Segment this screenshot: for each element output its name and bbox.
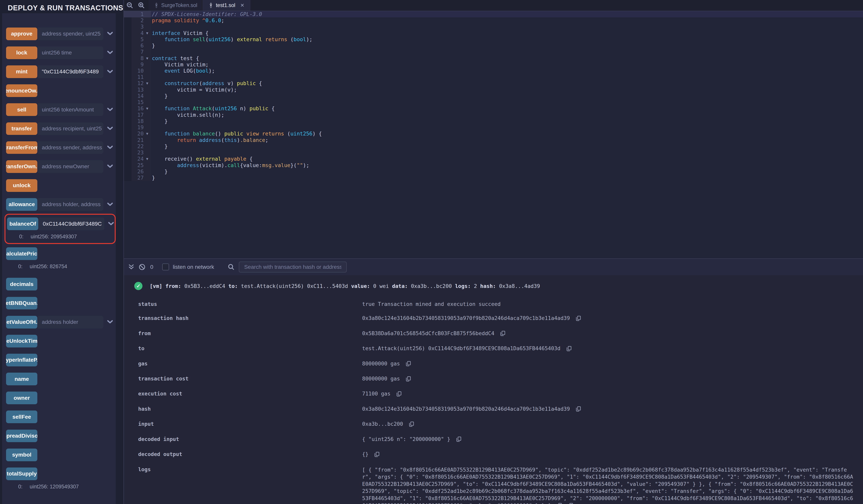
- function-button-calculateprice[interactable]: calculatePrice: [6, 247, 38, 260]
- code-line[interactable]: 4▼interface Victim {: [124, 30, 863, 36]
- code-line[interactable]: 1// SPDX-License-Identifier: GPL-3.0: [124, 11, 863, 17]
- function-button-sellfee[interactable]: sellFee: [6, 411, 38, 423]
- copy-icon[interactable]: [397, 391, 401, 398]
- code-line[interactable]: 16▼ function Attack(uint256 n) public {: [124, 105, 863, 112]
- fold-arrow-icon[interactable]: ▼: [143, 55, 151, 62]
- function-button-getvalueofh[interactable]: getValueOfH...: [6, 316, 38, 328]
- zoom-out-icon[interactable]: [127, 2, 133, 9]
- code-line[interactable]: 6}: [124, 42, 863, 49]
- copy-icon[interactable]: [500, 331, 505, 337]
- copy-icon[interactable]: [566, 346, 572, 352]
- fold-arrow-icon[interactable]: ▼: [143, 80, 151, 87]
- copy-icon[interactable]: [576, 315, 581, 322]
- copy-icon[interactable]: [409, 422, 414, 428]
- transaction-summary[interactable]: ✓ [vm] from: 0x5B3...eddC4 to: test.Atta…: [134, 282, 863, 290]
- function-button-symbol[interactable]: symbol: [6, 449, 38, 461]
- listen-on-network-checkbox[interactable]: [162, 263, 169, 270]
- function-args-input-transferown[interactable]: address newOwner: [38, 160, 103, 173]
- tab-test1sol[interactable]: test1.sol✕: [203, 0, 250, 11]
- function-button-renounceow[interactable]: renounceOw...: [6, 84, 38, 97]
- function-args-input-getvalueofh[interactable]: address holder: [38, 316, 103, 328]
- function-args-input-approve[interactable]: address spender, uint25: [38, 27, 103, 40]
- code-line[interactable]: 25 address(victim).call{value:msg.value}…: [124, 162, 863, 168]
- function-button-unlock[interactable]: unlock: [6, 179, 38, 192]
- function-button-getbnbquan[interactable]: getBNBQuan...: [6, 297, 38, 310]
- code-editor[interactable]: SurgeToken.soltest1.sol✕ 1// SPDX-Licens…: [124, 0, 863, 258]
- function-button-transferown[interactable]: transferOwn...: [6, 160, 38, 173]
- tab-surgetokensol[interactable]: SurgeToken.sol: [149, 0, 203, 11]
- code-line[interactable]: 15: [124, 99, 863, 105]
- expand-args-chevron-icon[interactable]: [107, 51, 113, 55]
- fold-arrow-icon[interactable]: ▼: [143, 156, 151, 162]
- code-line[interactable]: 3: [124, 24, 863, 30]
- code-line[interactable]: 10 event LOG(bool);: [124, 68, 863, 74]
- expand-terminal-icon[interactable]: [129, 264, 134, 270]
- code-line[interactable]: 5 function sell(uint256) external return…: [124, 36, 863, 42]
- copy-icon[interactable]: [374, 452, 379, 458]
- function-button-lock[interactable]: lock: [6, 47, 38, 59]
- function-args-input-allowance[interactable]: address holder, address: [38, 198, 103, 211]
- code-line[interactable]: 12▼ constructor(address v) public {: [124, 80, 863, 87]
- fold-arrow-icon[interactable]: ▼: [143, 105, 151, 112]
- copy-icon[interactable]: [576, 406, 581, 413]
- function-button-hyperinflatep[interactable]: hyperInflateP...: [6, 354, 38, 366]
- function-button-transferfrom[interactable]: transferFrom: [6, 141, 38, 154]
- code-line[interactable]: 9 Victim victim;: [124, 62, 863, 68]
- expand-args-chevron-icon[interactable]: [107, 108, 113, 112]
- code-line[interactable]: 20▼ function balance() public view retur…: [124, 131, 863, 137]
- copy-icon[interactable]: [406, 361, 411, 367]
- fold-arrow-icon[interactable]: ▼: [143, 30, 151, 36]
- function-args-input-lock[interactable]: uint256 time: [38, 47, 103, 59]
- function-button-allowance[interactable]: allowance: [6, 198, 38, 211]
- function-args-input-transferfrom[interactable]: address sender, address: [38, 141, 103, 154]
- expand-args-chevron-icon[interactable]: [107, 32, 113, 36]
- code-line[interactable]: 23: [124, 150, 863, 156]
- expand-args-chevron-icon[interactable]: [107, 127, 113, 131]
- code-line[interactable]: 7: [124, 49, 863, 55]
- function-button-balanceof[interactable]: balanceOf: [7, 218, 38, 230]
- code-line[interactable]: 11: [124, 74, 863, 80]
- function-button-approve[interactable]: approve: [6, 27, 38, 40]
- function-args-input-balanceof[interactable]: 0xC1144C9dbf6F3489C: [39, 218, 104, 230]
- code-line[interactable]: 24▼ receive() external payable {: [124, 156, 863, 162]
- copy-icon[interactable]: [456, 437, 461, 443]
- expand-args-chevron-icon[interactable]: [108, 222, 114, 226]
- code-line[interactable]: 27}: [124, 175, 863, 181]
- copy-icon[interactable]: [406, 376, 411, 383]
- expand-args-chevron-icon[interactable]: [107, 165, 113, 168]
- function-button-geunlocktime[interactable]: geUnlockTime: [6, 335, 38, 347]
- copy-icon[interactable]: [568, 503, 573, 504]
- function-args-input-mint[interactable]: "0xC1144C9dbf6F3489: [38, 65, 103, 78]
- expand-args-chevron-icon[interactable]: [107, 70, 113, 74]
- code-line[interactable]: 22 }: [124, 143, 863, 150]
- code-line[interactable]: 14 }: [124, 93, 863, 99]
- function-button-owner[interactable]: owner: [6, 391, 38, 404]
- code-line[interactable]: 13 victim = Victim(v);: [124, 87, 863, 93]
- function-args-input-sell[interactable]: uint256 tokenAmount: [38, 103, 103, 116]
- code-line[interactable]: 2pragma solidity ^0.6.0;: [124, 17, 863, 24]
- function-args-input-transfer[interactable]: address recipient, uint25: [38, 122, 103, 135]
- code-line[interactable]: 26 }: [124, 168, 863, 175]
- function-button-transfer[interactable]: transfer: [6, 122, 38, 135]
- function-button-name[interactable]: name: [6, 373, 38, 385]
- function-button-decimals[interactable]: decimals: [6, 278, 38, 290]
- function-button-sell[interactable]: sell: [6, 103, 38, 116]
- copy-icon[interactable]: [557, 503, 562, 504]
- expand-args-chevron-icon[interactable]: [107, 320, 113, 324]
- code-line[interactable]: 18 }: [124, 118, 863, 124]
- function-button-spreaddivisor[interactable]: spreadDivisor: [6, 430, 38, 442]
- code-line[interactable]: 8▼contract test {: [124, 55, 863, 62]
- clear-console-icon[interactable]: [139, 264, 146, 270]
- terminal-search-input[interactable]: [243, 263, 342, 271]
- expand-args-chevron-icon[interactable]: [107, 203, 113, 207]
- function-button-totalsupply[interactable]: totalSupply: [6, 467, 38, 480]
- code-line[interactable]: 19: [124, 124, 863, 131]
- zoom-in-icon[interactable]: [138, 2, 145, 9]
- fold-arrow-icon[interactable]: ▼: [143, 131, 151, 137]
- close-tab-icon[interactable]: ✕: [240, 2, 244, 8]
- code-line[interactable]: 21 return address(this).balance;: [124, 137, 863, 143]
- code-line[interactable]: 17 victim.sell(n);: [124, 112, 863, 118]
- code-area[interactable]: 1// SPDX-License-Identifier: GPL-3.02pra…: [124, 11, 863, 181]
- expand-args-chevron-icon[interactable]: [107, 146, 113, 150]
- function-button-mint[interactable]: mint: [6, 65, 38, 78]
